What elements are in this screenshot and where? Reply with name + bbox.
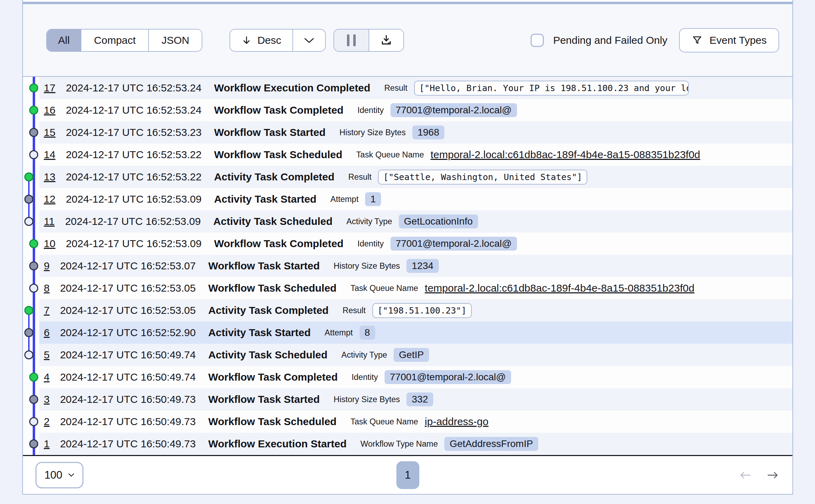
- event-types-button[interactable]: Event Types: [679, 28, 779, 52]
- event-row[interactable]: 62024-12-17 UTC 16:52:52.90Activity Task…: [23, 322, 792, 344]
- event-detail-label: Task Queue Name: [356, 150, 424, 160]
- event-detail-value: 77001@temporal-2.local@: [390, 237, 517, 251]
- event-id-link[interactable]: 16: [44, 104, 55, 116]
- next-page-button[interactable]: [766, 470, 780, 480]
- event-id-link[interactable]: 3: [44, 393, 50, 405]
- event-detail-value: 77001@temporal-2.local@: [385, 370, 511, 384]
- event-detail-label: Attempt: [330, 195, 358, 204]
- event-id-link[interactable]: 4: [44, 371, 50, 383]
- event-name: Activity Task Started: [208, 327, 311, 339]
- event-status-dot-gray: [29, 261, 38, 270]
- pending-failed-only-label: Pending and Failed Only: [553, 34, 668, 46]
- toolbar-right-cluster: Pending and Failed Only Event Types: [531, 28, 792, 52]
- event-detail: Attempt1: [330, 192, 381, 206]
- current-page-button[interactable]: 1: [396, 461, 419, 489]
- event-detail-label: Activity Type: [341, 350, 387, 360]
- timeline-marker: [23, 144, 39, 166]
- event-detail-value[interactable]: ["Hello, Brian. Your IP is 198.51.100.23…: [414, 81, 689, 96]
- event-row[interactable]: 82024-12-17 UTC 16:52:53.05Workflow Task…: [23, 277, 792, 299]
- event-id-link[interactable]: 6: [44, 327, 50, 339]
- event-timestamp: 2024-12-17 UTC 16:52:53.24: [66, 104, 201, 116]
- event-row[interactable]: 162024-12-17 UTC 16:52:53.24Workflow Tas…: [23, 99, 792, 121]
- event-row[interactable]: 112024-12-17 UTC 16:52:53.09Activity Tas…: [23, 210, 792, 233]
- event-id-link[interactable]: 11: [44, 216, 55, 227]
- event-row-content: 132024-12-17 UTC 16:52:53.22Activity Tas…: [39, 166, 792, 188]
- event-id-link[interactable]: 2: [44, 416, 50, 428]
- pager-arrows: [738, 470, 780, 480]
- event-row[interactable]: 172024-12-17 UTC 16:52:53.24Workflow Exe…: [23, 77, 792, 99]
- event-detail-label: History Size Bytes: [339, 128, 406, 137]
- timeline-marker: [23, 188, 39, 210]
- event-row[interactable]: 32024-12-17 UTC 16:50:49.73Workflow Task…: [23, 388, 792, 410]
- pause-button[interactable]: [334, 30, 369, 51]
- event-id-link[interactable]: 9: [44, 260, 50, 272]
- view-mode-segmented-control: All Compact JSON: [46, 29, 202, 52]
- event-row[interactable]: 102024-12-17 UTC 16:52:53.09Workflow Tas…: [23, 233, 792, 255]
- page-size-select[interactable]: 100: [35, 462, 83, 488]
- event-id-link[interactable]: 10: [44, 238, 55, 250]
- event-id-link[interactable]: 7: [44, 304, 50, 316]
- event-detail: History Size Bytes1234: [334, 259, 439, 273]
- event-row-content: 152024-12-17 UTC 16:52:53.23Workflow Tas…: [39, 121, 792, 144]
- event-id-link[interactable]: 8: [44, 282, 50, 294]
- event-id-link[interactable]: 5: [44, 349, 50, 361]
- event-status-dot-green: [29, 106, 38, 115]
- event-detail-value: 1234: [406, 259, 438, 273]
- previous-page-button[interactable]: [738, 470, 752, 480]
- sort-desc-button[interactable]: Desc: [230, 30, 292, 51]
- event-id-link[interactable]: 12: [44, 193, 55, 205]
- page-size-value: 100: [45, 469, 63, 481]
- event-name: Workflow Task Started: [208, 260, 320, 272]
- pending-failed-only-checkbox[interactable]: [531, 34, 544, 47]
- event-detail: Result["Seattle, Washington, United Stat…: [348, 170, 588, 185]
- event-detail-value: GetLocationInfo: [399, 214, 478, 228]
- event-id-link[interactable]: 15: [44, 127, 55, 138]
- event-detail: Result["Hello, Brian. Your IP is 198.51.…: [384, 81, 689, 96]
- event-row[interactable]: 142024-12-17 UTC 16:52:53.22Workflow Tas…: [23, 144, 792, 166]
- event-types-label: Event Types: [709, 34, 767, 46]
- sort-order-dropdown-button[interactable]: [292, 30, 325, 51]
- event-detail-value[interactable]: ip-address-go: [425, 416, 489, 428]
- timeline-marker: [23, 121, 39, 144]
- event-detail-value[interactable]: ["198.51.100.23"]: [372, 303, 472, 318]
- event-row[interactable]: 52024-12-17 UTC 16:50:49.74Activity Task…: [23, 344, 792, 366]
- event-id-link[interactable]: 17: [44, 82, 55, 94]
- event-row-content: 82024-12-17 UTC 16:52:53.05Workflow Task…: [39, 277, 792, 299]
- event-id-link[interactable]: 1: [44, 438, 50, 450]
- event-row-content: 112024-12-17 UTC 16:52:53.09Activity Tas…: [39, 210, 792, 233]
- event-row[interactable]: 22024-12-17 UTC 16:50:49.73Workflow Task…: [23, 410, 792, 433]
- event-detail-value[interactable]: ["Seattle, Washington, United States"]: [378, 170, 587, 185]
- event-timestamp: 2024-12-17 UTC 16:50:49.73: [60, 393, 196, 405]
- event-detail-label: Identity: [357, 239, 384, 249]
- event-id-link[interactable]: 13: [44, 171, 55, 183]
- event-detail-label: Workflow Type Name: [361, 439, 438, 449]
- download-button[interactable]: [369, 30, 403, 51]
- event-name: Workflow Task Completed: [208, 371, 338, 383]
- event-id-link[interactable]: 14: [44, 149, 55, 161]
- tab-compact[interactable]: Compact: [81, 30, 148, 51]
- event-row[interactable]: 72024-12-17 UTC 16:52:53.05Activity Task…: [23, 299, 792, 322]
- event-row[interactable]: 152024-12-17 UTC 16:52:53.23Workflow Tas…: [23, 121, 792, 144]
- event-detail-value[interactable]: temporal-2.local:c61db8ac-189f-4b4e-8a15…: [430, 149, 700, 161]
- event-row[interactable]: 132024-12-17 UTC 16:52:53.22Activity Tas…: [23, 166, 792, 188]
- event-row-content: 52024-12-17 UTC 16:50:49.74Activity Task…: [39, 344, 792, 366]
- event-name: Workflow Task Scheduled: [214, 149, 342, 161]
- event-row[interactable]: 92024-12-17 UTC 16:52:53.07Workflow Task…: [23, 255, 792, 277]
- timeline-marker: [23, 166, 39, 188]
- event-detail-value[interactable]: temporal-2.local:c61db8ac-189f-4b4e-8a15…: [425, 282, 695, 294]
- panel-top-sliver: [23, 0, 792, 4]
- event-status-dot-hollow: [24, 217, 33, 226]
- tab-all[interactable]: All: [47, 30, 81, 51]
- event-row-content: 12024-12-17 UTC 16:50:49.73Workflow Exec…: [39, 433, 792, 455]
- event-status-dot-gray: [29, 439, 38, 448]
- event-detail-label: Task Queue Name: [350, 284, 418, 293]
- tab-json[interactable]: JSON: [148, 30, 202, 51]
- timeline-marker: [23, 322, 39, 344]
- event-row[interactable]: 12024-12-17 UTC 16:50:49.73Workflow Exec…: [23, 433, 792, 455]
- timeline-marker: [23, 233, 39, 255]
- event-row[interactable]: 42024-12-17 UTC 16:50:49.74Workflow Task…: [23, 366, 792, 388]
- event-timestamp: 2024-12-17 UTC 16:50:49.74: [60, 371, 196, 383]
- event-name: Workflow Task Completed: [214, 104, 344, 116]
- event-row[interactable]: 122024-12-17 UTC 16:52:53.09Activity Tas…: [23, 188, 792, 210]
- event-detail-label: Result: [384, 83, 408, 93]
